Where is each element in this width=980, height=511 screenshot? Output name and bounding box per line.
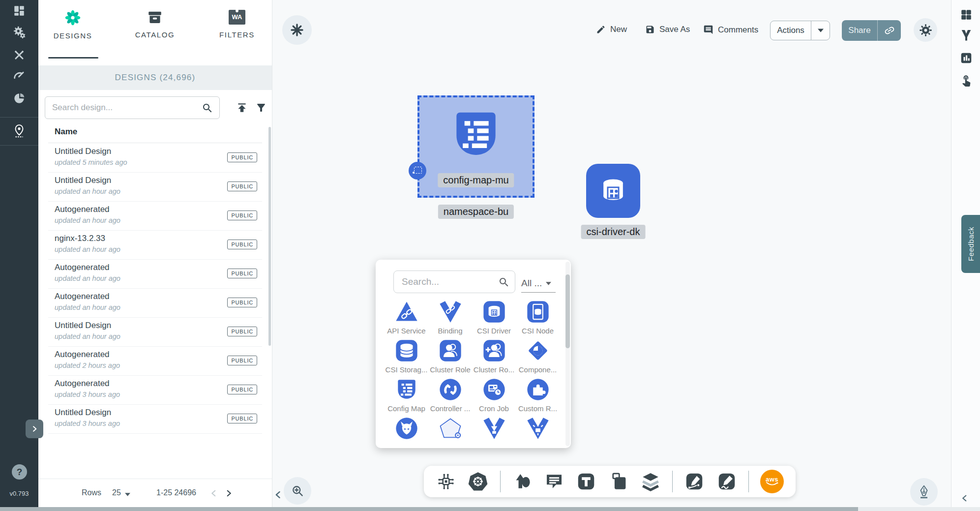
toolbox-icon[interactable]: [0, 44, 38, 66]
tab-filters[interactable]: WA FILTERS: [203, 9, 271, 39]
component-item-cron-job[interactable]: Cron Job: [472, 376, 516, 415]
component-item-csi-driver[interactable]: CSI Driver: [472, 298, 516, 337]
component-search-input[interactable]: [394, 271, 542, 293]
design-name: Untitled Design: [55, 176, 111, 185]
design-row[interactable]: nginx-13.2.33 updated an hour ago PUBLIC: [48, 230, 262, 260]
component-label: CSI Driver: [477, 327, 511, 335]
config-map-node-icon: [448, 107, 504, 162]
note-tool[interactable]: [608, 471, 629, 492]
design-row[interactable]: Autogenerated updated 2 hours ago PUBLIC: [48, 346, 262, 376]
zoom-in-icon: [291, 484, 304, 498]
comment-tool[interactable]: [544, 471, 564, 492]
save-as-button[interactable]: Save As: [645, 25, 690, 34]
config-map-node-label[interactable]: config-map-mu: [438, 173, 514, 187]
namespace-group-label[interactable]: namespace-bu: [438, 205, 514, 219]
pen-tool[interactable]: [684, 471, 705, 492]
api-service-icon: [394, 298, 419, 326]
performance-icon[interactable]: [0, 64, 38, 86]
previous-page-icon[interactable]: [209, 489, 218, 498]
component-category-select[interactable]: All ...: [521, 274, 556, 293]
component-item-endpoints[interactable]: [516, 415, 560, 448]
component-item-endpoint[interactable]: [472, 415, 516, 448]
rows-per-page-select[interactable]: 25: [112, 488, 121, 497]
component-item-cluster-role[interactable]: Cluster Role: [428, 337, 472, 376]
chevron-down-icon[interactable]: [125, 493, 130, 496]
component-panel-scrollbar[interactable]: [565, 262, 570, 446]
tab-catalog[interactable]: CATALOG: [120, 9, 189, 39]
toolbar-divider: [672, 471, 673, 492]
kubernetes-tool[interactable]: [468, 471, 488, 492]
design-row[interactable]: Autogenerated updated an hour ago PUBLIC: [48, 288, 262, 318]
merge-icon[interactable]: [959, 29, 973, 42]
widgets-icon[interactable]: [959, 8, 973, 22]
copy-link-button[interactable]: [878, 20, 901, 41]
designs-section-header: DESIGNS (24,696): [38, 65, 272, 90]
collapse-panel-chevron[interactable]: [273, 490, 283, 500]
environment-pin-item[interactable]: [0, 117, 38, 146]
analytics-icon[interactable]: [959, 51, 973, 65]
design-row[interactable]: Untitled Design updated an hour ago PUBL…: [48, 172, 262, 202]
settings-gears-icon[interactable]: [0, 22, 38, 43]
component-label: Controller ...: [430, 404, 471, 413]
component-item-cluster-role-binding[interactable]: Cluster Ro...: [472, 337, 516, 376]
design-row[interactable]: Untitled Design updated 5 minutes ago PU…: [48, 143, 262, 173]
feedback-tab[interactable]: Feedback: [961, 215, 980, 273]
catalog-archive-icon: [147, 9, 163, 26]
component-item-config-map[interactable]: Config Map: [385, 376, 428, 415]
pagination-footer: Rows 25 1-25 24696: [38, 479, 272, 508]
design-row[interactable]: Autogenerated updated 3 hours ago PUBLIC: [48, 375, 262, 405]
csi-driver-node-label[interactable]: csi-driver-dk: [581, 225, 646, 239]
component-item-binding[interactable]: Binding: [428, 298, 472, 337]
actions-label[interactable]: Actions: [771, 21, 811, 40]
component-item-csi-storage-capacity[interactable]: CSI Storag...: [385, 337, 428, 376]
freehand-draw-tool[interactable]: [716, 471, 737, 492]
component-item-component-status[interactable]: Compone...: [516, 337, 560, 376]
tab-designs[interactable]: DESIGNS: [38, 9, 107, 40]
design-row[interactable]: Autogenerated updated an hour ago PUBLIC: [48, 259, 262, 289]
aws-shapes-button[interactable]: aws: [760, 470, 784, 493]
node-connector-handle[interactable]: [409, 162, 426, 180]
component-item-custom-resource[interactable]: Custom R...: [516, 376, 560, 415]
connector-dot: [413, 172, 415, 174]
csi-driver-node[interactable]: [586, 164, 640, 218]
canvas-settings-button[interactable]: [914, 18, 937, 42]
component-item-api-service[interactable]: API Service: [385, 298, 428, 337]
shapes-tool[interactable]: [512, 471, 533, 492]
new-button[interactable]: New: [596, 25, 627, 34]
actions-split-button[interactable]: Actions: [770, 21, 830, 40]
scrollbar-thumb[interactable]: [0, 507, 858, 511]
design-search-input[interactable]: [45, 97, 248, 119]
design-mode-button[interactable]: [910, 478, 938, 506]
meshsync-snapshot-button[interactable]: [282, 15, 312, 45]
text-icon: [576, 472, 596, 491]
design-list-scrollbar[interactable]: [268, 127, 271, 346]
zoom-in-button[interactable]: [284, 477, 311, 505]
component-status-icon: [525, 337, 551, 364]
component-item-deployment[interactable]: [428, 415, 472, 448]
layers-tool[interactable]: [640, 471, 661, 492]
component-graph-tool[interactable]: [436, 471, 456, 492]
provider-icon[interactable]: [0, 88, 38, 109]
filter-designs-icon[interactable]: [254, 100, 268, 115]
dashboard-icon[interactable]: [0, 0, 38, 22]
collapse-dock-chevron[interactable]: [960, 494, 969, 503]
publish-design-icon[interactable]: [235, 100, 249, 115]
component-label: Custom R...: [518, 404, 557, 413]
new-label: New: [610, 25, 627, 34]
share-split-button[interactable]: Share: [842, 20, 901, 41]
design-row[interactable]: Untitled Design updated 3 hours ago PUBL…: [48, 404, 262, 434]
design-row[interactable]: Autogenerated updated an hour ago PUBLIC: [48, 201, 262, 231]
touch-icon[interactable]: [959, 73, 973, 87]
design-row[interactable]: Untitled Design updated an hour ago PUBL…: [48, 317, 262, 347]
component-item-controller-revision[interactable]: Controller ...: [428, 376, 472, 415]
text-tool[interactable]: [576, 471, 596, 492]
expand-rail-button[interactable]: [26, 420, 43, 438]
next-page-icon[interactable]: [224, 489, 233, 498]
share-label[interactable]: Share: [842, 20, 878, 41]
help-button[interactable]: ?: [12, 464, 27, 480]
component-item-csi-node[interactable]: CSI Node: [516, 298, 560, 337]
comments-button[interactable]: Comments: [703, 25, 758, 35]
actions-dropdown-toggle[interactable]: [811, 21, 830, 40]
component-item-daemon-set[interactable]: [385, 415, 428, 448]
horizontal-scrollbar[interactable]: [0, 507, 980, 511]
